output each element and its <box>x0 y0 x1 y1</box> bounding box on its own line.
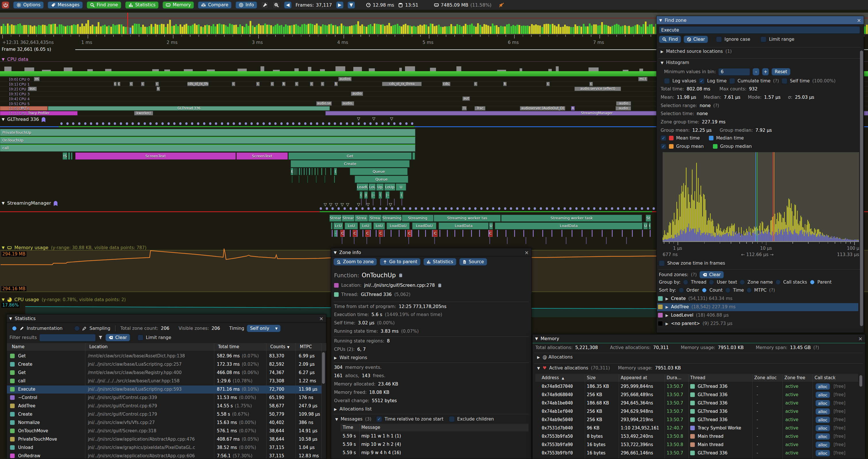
show-zone-time-checkbox[interactable] <box>659 260 664 266</box>
legend-label[interactable]: Group mean <box>676 144 704 149</box>
msg-time[interactable]: 5.59 s <box>343 433 356 438</box>
column-header-size[interactable]: Size <box>587 375 596 380</box>
group-by-radio-user-text[interactable] <box>709 280 714 285</box>
column-header-thread[interactable]: Thread <box>690 375 705 380</box>
limit-range-label[interactable]: Limit range <box>146 335 171 340</box>
expand-icon[interactable]: ▶ <box>665 305 669 309</box>
close-icon[interactable]: × <box>525 250 529 256</box>
allocation-row[interactable]: 0x7553b9fa508 bytes153,492,240ns13:50.8M… <box>532 434 858 442</box>
collapse-icon[interactable]: ▼ <box>535 336 538 341</box>
legend-checkbox[interactable]: ✓ <box>661 135 666 141</box>
msg-text[interactable]: mip 10 w 2 h 2 (4) <box>361 442 401 447</box>
clear-filter-button[interactable]: Clear <box>105 334 130 341</box>
table-row[interactable]: Createjni/../jni/src/claw/base/LuaScript… <box>7 362 326 370</box>
group-by-radio-thread[interactable] <box>683 280 688 285</box>
table-row[interactable]: Unloadjni/../jni/src/claw/graphics/pixel… <box>7 445 326 453</box>
sort-by-radio-time[interactable] <box>725 288 731 293</box>
sort-by-radio-mtpc[interactable] <box>746 288 752 293</box>
matched-locations-row[interactable]: ▶ Matched source locations (1) <box>661 49 732 54</box>
free-callstack-link[interactable]: [free] <box>834 400 845 405</box>
cumulate-time-checkbox[interactable] <box>729 78 735 84</box>
expand-icon[interactable]: ▶ <box>665 322 669 326</box>
expand-icon[interactable]: ▶ <box>665 297 669 301</box>
free-callstack-link[interactable]: [free] <box>834 450 845 456</box>
collapse-icon[interactable]: ▼ <box>2 297 5 302</box>
cpu-usage-header[interactable]: ▼ CPU usage (y-range: 0.78%, visible dat… <box>2 297 126 302</box>
min-bin-input[interactable]: 6 <box>718 68 750 75</box>
ignore-case-checkbox[interactable] <box>716 36 722 42</box>
table-row[interactable]: PrivateTouchMovejni/../jni/src/claw/appl… <box>7 437 326 445</box>
active-allocations-row[interactable]: ▼ ♥ Active allocations (70,311) Memory u… <box>537 365 681 370</box>
statistics-button[interactable]: Statistics <box>423 258 456 265</box>
alloc-callstack-button[interactable]: alloc <box>815 408 830 415</box>
sort-by-radio-count[interactable] <box>702 288 707 293</box>
close-icon[interactable]: × <box>319 316 323 322</box>
found-zone-group[interactable]: ▶LoadLevel(18) 406.88 µs <box>658 313 729 318</box>
allocation-row[interactable]: 0x74a9d68040256 KB295,668,489ns13:50.7GL… <box>532 392 858 400</box>
min-bin-increase-button[interactable]: + <box>762 68 769 75</box>
group-by-radio-call-stacks[interactable] <box>776 280 781 285</box>
legend-label[interactable]: Group median <box>720 144 752 149</box>
msg-text[interactable]: mip 9 w 4 h 4 (16) <box>361 450 401 455</box>
group-by-radio-zone-name[interactable] <box>740 280 745 285</box>
table-row[interactable]: Normalizejni/../jni/src/claw/vfs/Vfs.cpp… <box>7 420 326 428</box>
collapse-icon[interactable]: ▼ <box>9 316 12 321</box>
clear-button[interactable]: Clear <box>684 36 708 43</box>
table-row[interactable]: Get/mnt/e/claw/src/claw/base/AssetDict.h… <box>7 353 326 361</box>
column-header-zone-free[interactable]: Zone free <box>784 375 805 380</box>
free-callstack-link[interactable]: [free] <box>834 417 845 422</box>
close-icon[interactable]: × <box>857 17 861 23</box>
found-zone-group[interactable]: ▶AddTree(18,542) 227.19 ms <box>658 304 736 309</box>
allocations-section-row[interactable]: ▶ @ Allocations <box>537 355 573 360</box>
expand-icon[interactable]: ▶ <box>661 50 663 54</box>
column-header-address[interactable]: Address▲ <box>542 375 564 380</box>
expand-icon[interactable]: ▶ <box>537 355 540 359</box>
log-time-checkbox[interactable]: ✓ <box>699 78 705 84</box>
allocation-row[interactable]: 0x74ab1be040186.68 KB294,645,364ns13:50.… <box>532 400 858 408</box>
ignore-case-label[interactable]: Ignore case <box>724 37 750 42</box>
table-row[interactable]: OnTouchMovejni/../jni/src/guif/Screen.cp… <box>7 428 326 436</box>
thread-value[interactable]: GLThread 336 <box>361 292 392 297</box>
expand-icon[interactable]: ▶ <box>665 313 669 318</box>
memory-scrollbar[interactable] <box>859 375 862 387</box>
alloc-callstack-button[interactable]: alloc <box>815 417 830 423</box>
clear-found-button[interactable]: Clear <box>700 271 724 278</box>
free-callstack-link[interactable]: [free] <box>834 409 845 414</box>
alloc-callstack-button[interactable]: alloc <box>815 400 830 406</box>
column-header-appeared-at[interactable]: Appeared at <box>621 375 647 380</box>
free-callstack-link[interactable]: [free] <box>834 442 845 447</box>
location-value[interactable]: jni/../jni/src/guif/Screen.cpp:278 <box>364 283 435 288</box>
funnel-icon[interactable] <box>98 335 103 340</box>
msg-time[interactable]: 5.59 s <box>343 450 356 455</box>
allocation-row[interactable]: 0x7553b9fbf016 bytes296,661,146ns13:50.7… <box>532 450 858 458</box>
go-to-parent-button[interactable]: Go to parent <box>380 258 421 265</box>
allocation-row[interactable]: 0x74ab1ef040256 KB294,629,948ns13:50.7GL… <box>532 409 858 417</box>
collapse-icon[interactable]: ▼ <box>537 366 540 370</box>
sort-by-radio-order[interactable] <box>679 288 684 293</box>
table-row[interactable]: Get/mnt/e/claw/src/claw/base/Registry.hp… <box>7 370 326 378</box>
histogram-section-row[interactable]: ▼ Histogram <box>661 60 689 65</box>
reset-button[interactable]: Reset <box>772 68 790 75</box>
zoom-to-zone-button[interactable]: Zoom to zone <box>334 258 377 265</box>
find-zone-scrollbar[interactable] <box>860 51 863 326</box>
table-row[interactable]: OnRedrawjni/../jni/src/claw/application/… <box>7 453 326 459</box>
clipboard-icon[interactable] <box>398 273 403 277</box>
instrumentation-radio[interactable] <box>12 326 17 331</box>
msg-text[interactable]: mip 11 w 1 h 1 (1) <box>361 433 401 438</box>
alloc-callstack-button[interactable]: alloc <box>815 425 830 431</box>
limit-range-checkbox[interactable] <box>761 36 766 42</box>
relative-time-checkbox[interactable]: ✓ <box>376 416 382 422</box>
alloc-callstack-button[interactable]: alloc <box>815 392 830 398</box>
free-callstack-link[interactable]: [free] <box>834 434 845 439</box>
alloc-callstack-button[interactable]: alloc <box>815 450 830 456</box>
self-time-checkbox[interactable] <box>781 78 787 84</box>
table-row[interactable]: calljni/../jni/../../../src/claw/base/Lu… <box>7 378 326 386</box>
collapse-icon[interactable]: ▼ <box>334 250 337 255</box>
close-icon[interactable]: × <box>858 335 863 341</box>
group-by-radio-parent[interactable] <box>810 280 815 285</box>
zone-info-titlebar[interactable]: ▼ Zone info × <box>331 248 531 257</box>
column-header-counts[interactable]: Counts▼ <box>270 344 289 349</box>
exclude-children-checkbox[interactable] <box>449 416 455 422</box>
allocation-row[interactable]: 0x7531d7b04096 KB1:10 234,952,16112:40.7… <box>532 425 858 433</box>
sampling-radio[interactable] <box>74 326 80 331</box>
